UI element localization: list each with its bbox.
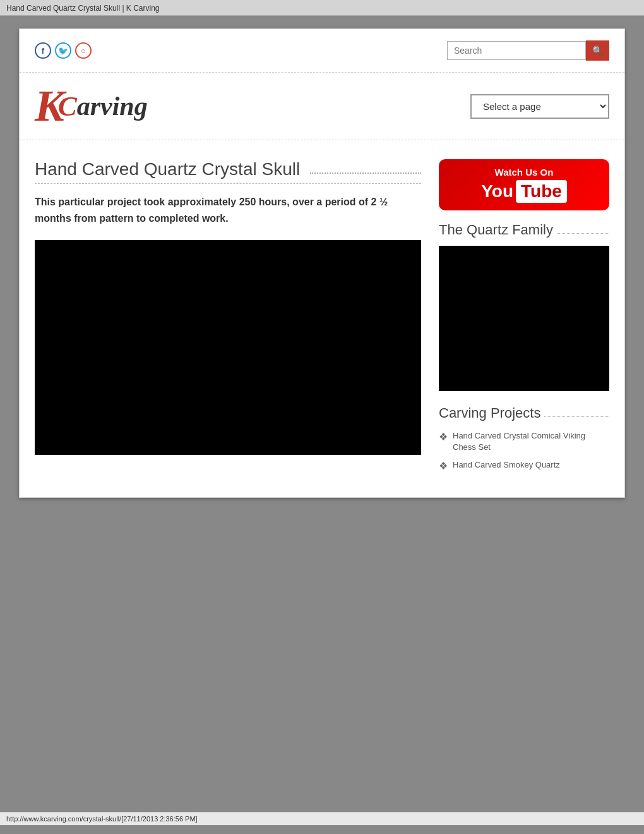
search-button[interactable]: 🔍: [586, 40, 609, 61]
carving-projects-title-text: Carving Projects: [439, 405, 540, 421]
bullet-icon: ❖: [439, 460, 448, 472]
intro-paragraph: This particular project took approximate…: [35, 194, 421, 226]
logo-c: C: [58, 90, 77, 123]
facebook-icon[interactable]: f: [35, 42, 51, 59]
carving-projects-divider: [544, 416, 609, 417]
google-icon[interactable]: ○: [75, 42, 92, 59]
list-item[interactable]: ❖ Hand Carved Smokey Quartz: [439, 459, 609, 472]
page-select-wrapper: Select a page: [470, 94, 609, 119]
search-input[interactable]: [447, 41, 586, 60]
page-title-tab: Hand Carved Quartz Crystal Skull | K Car…: [6, 4, 160, 13]
project-link[interactable]: Hand Carved Crystal Comical Viking Chess…: [453, 430, 609, 453]
carving-projects-heading: Carving Projects: [439, 405, 609, 421]
content-left: Hand Carved Quartz Crystal Skull This pa…: [35, 159, 439, 478]
main-layout: Hand Carved Quartz Crystal Skull This pa…: [20, 140, 624, 497]
title-divider: [310, 172, 421, 174]
youtube-you: You: [481, 181, 513, 202]
quartz-family-divider: [557, 233, 609, 234]
browser-title-bar: Hand Carved Quartz Crystal Skull | K Car…: [0, 0, 644, 16]
project-link[interactable]: Hand Carved Smokey Quartz: [453, 459, 560, 471]
twitter-icon[interactable]: 🐦: [55, 42, 71, 59]
youtube-watch-on-label: Watch Us On: [449, 167, 599, 178]
page-wrapper: f 🐦 ○ 🔍 K C arving Select a page: [0, 16, 644, 812]
logo-arving: arving: [77, 91, 148, 121]
list-item[interactable]: ❖ Hand Carved Crystal Comical Viking Che…: [439, 430, 609, 453]
youtube-logo: You Tube: [449, 180, 599, 203]
carving-projects-list: ❖ Hand Carved Crystal Comical Viking Che…: [439, 430, 609, 472]
main-video-embed[interactable]: [35, 240, 421, 455]
status-url: http://www.kcarving.com/crystal-skull/[2…: [6, 815, 198, 823]
article-title-text: Hand Carved Quartz Crystal Skull: [35, 159, 300, 179]
article-title: Hand Carved Quartz Crystal Skull: [35, 159, 421, 184]
sidebar: Watch Us On You Tube The Quartz Family C…: [439, 159, 609, 478]
youtube-badge[interactable]: Watch Us On You Tube: [439, 159, 609, 210]
bullet-icon: ❖: [439, 431, 448, 443]
status-bar: http://www.kcarving.com/crystal-skull/[2…: [0, 812, 644, 825]
quartz-family-heading: The Quartz Family: [439, 222, 609, 238]
page-select[interactable]: Select a page: [470, 94, 609, 119]
youtube-tube: Tube: [516, 180, 567, 203]
quartz-family-title-text: The Quartz Family: [439, 222, 553, 238]
site-logo[interactable]: K C arving: [35, 84, 148, 128]
nav-bar: K C arving Select a page: [20, 73, 624, 140]
social-icons: f 🐦 ○: [35, 42, 92, 59]
header: f 🐦 ○ 🔍: [20, 29, 624, 73]
search-area: 🔍: [447, 40, 609, 61]
quartz-video-embed[interactable]: [439, 246, 609, 391]
page-container: f 🐦 ○ 🔍 K C arving Select a page: [19, 28, 625, 498]
